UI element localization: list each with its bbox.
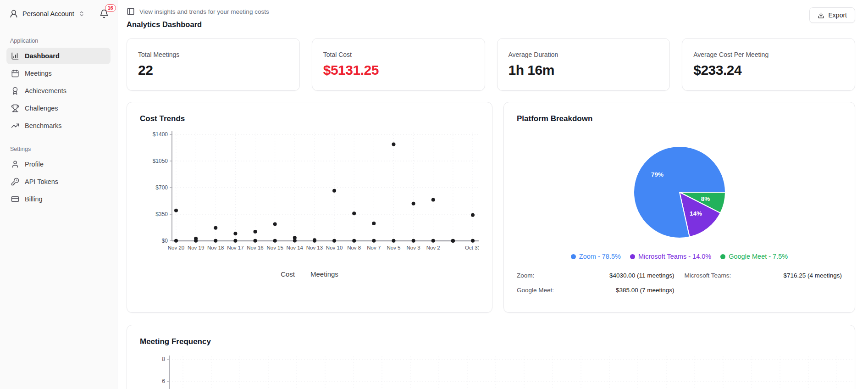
- notifications-button[interactable]: 16: [100, 9, 109, 18]
- stat-label: Average Cost Per Meeting: [693, 51, 844, 58]
- svg-text:$1050: $1050: [153, 158, 168, 164]
- stat-card-total-meetings: Total Meetings 22: [127, 38, 300, 91]
- svg-text:Nov 7: Nov 7: [367, 245, 381, 250]
- sidebar-item-achievements[interactable]: Achievements: [6, 83, 111, 99]
- download-icon: [818, 12, 824, 19]
- legend-label: Zoom - 78.5%: [579, 253, 621, 260]
- svg-text:Oct 31: Oct 31: [465, 245, 479, 250]
- stat-value: $233.24: [693, 62, 844, 78]
- sidebar-item-meetings[interactable]: Meetings: [6, 65, 111, 82]
- detail-name: Google Meet:: [517, 287, 554, 294]
- stat-label: Total Cost: [323, 51, 474, 58]
- svg-text:Nov 15: Nov 15: [266, 245, 283, 250]
- svg-text:6: 6: [162, 378, 165, 384]
- sidebar-item-billing[interactable]: Billing: [6, 191, 111, 207]
- notification-badge: 16: [105, 4, 116, 12]
- svg-text:8%: 8%: [701, 195, 710, 202]
- meeting-frequency-title: Meeting Frequency: [140, 337, 842, 346]
- section-label-application: Application: [10, 38, 107, 44]
- svg-text:Nov 8: Nov 8: [347, 245, 361, 250]
- sidebar-item-dashboard[interactable]: Dashboard: [6, 48, 111, 64]
- detail-value: $385.00 (7 meetings): [616, 287, 674, 294]
- detail-name: Zoom:: [517, 272, 534, 279]
- svg-text:Nov 14: Nov 14: [287, 245, 304, 250]
- platform-breakdown-card: Platform Breakdown 8%14%79% Zoom - 78.5%…: [503, 102, 855, 313]
- svg-text:Nov 13: Nov 13: [306, 245, 323, 250]
- cost-trends-card: Cost Trends $0$350$700$1050$1400Nov 20No…: [127, 102, 492, 313]
- sidebar-item-label: Meetings: [25, 70, 52, 77]
- legend-label: Google Meet - 7.5%: [729, 253, 788, 260]
- legend-dot-google-meet: [720, 254, 725, 259]
- user-round-icon: [9, 9, 18, 18]
- credit-card-icon: [11, 195, 19, 203]
- svg-text:Nov 19: Nov 19: [188, 245, 204, 250]
- calendar-icon: [11, 69, 19, 78]
- main-content: View insights and trends for your meetin…: [117, 0, 868, 389]
- platform-breakdown-legend: Zoom - 78.5% Microsoft Teams - 14.0% Goo…: [571, 253, 788, 260]
- svg-text:$1400: $1400: [153, 131, 168, 138]
- detail-row-zoom: Zoom: $4030.00 (11 meetings): [517, 272, 674, 279]
- stat-label: Average Duration: [509, 51, 659, 58]
- meeting-frequency-card: Meeting Frequency 86: [127, 325, 855, 389]
- cost-trends-legend: Cost Meetings: [140, 270, 479, 278]
- svg-text:Nov 16: Nov 16: [247, 245, 263, 250]
- stat-label: Total Meetings: [138, 51, 288, 58]
- chevrons-up-down-icon: [78, 11, 85, 17]
- legend-dot-microsoft-teams: [630, 254, 635, 259]
- panel-left-icon[interactable]: [127, 7, 135, 16]
- detail-name: Microsoft Teams:: [685, 272, 731, 279]
- page-header: View insights and trends for your meetin…: [127, 7, 855, 29]
- account-switcher[interactable]: Personal Account 16: [6, 7, 111, 20]
- sidebar-item-benchmarks[interactable]: Benchmarks: [6, 117, 111, 134]
- export-button[interactable]: Export: [809, 7, 855, 23]
- legend-item-google-meet[interactable]: Google Meet - 7.5%: [720, 253, 788, 260]
- svg-text:$700: $700: [155, 184, 168, 191]
- stat-value: 22: [138, 62, 288, 78]
- svg-text:$350: $350: [155, 211, 168, 217]
- platform-breakdown-pie-chart: 8%14%79%: [625, 141, 735, 244]
- stat-value: 1h 16m: [509, 62, 659, 78]
- stat-value: $5131.25: [323, 62, 474, 78]
- sidebar-item-label: Benchmarks: [25, 122, 62, 129]
- svg-text:Nov 2: Nov 2: [426, 245, 440, 250]
- svg-text:Nov 5: Nov 5: [387, 245, 400, 250]
- page-subtitle: View insights and trends for your meetin…: [139, 8, 269, 15]
- legend-item-microsoft-teams[interactable]: Microsoft Teams - 14.0%: [630, 253, 711, 260]
- svg-text:14%: 14%: [690, 210, 702, 217]
- svg-text:Nov 20: Nov 20: [168, 245, 184, 250]
- platform-breakdown-title: Platform Breakdown: [517, 114, 842, 123]
- sidebar-item-challenges[interactable]: Challenges: [6, 100, 111, 117]
- trending-up-icon: [11, 122, 19, 130]
- chart-column-icon: [11, 52, 19, 60]
- sidebar-item-api-tokens[interactable]: API Tokens: [6, 173, 111, 190]
- sidebar: Personal Account 16 Application Dashboar…: [0, 0, 117, 389]
- charts-row: Cost Trends $0$350$700$1050$1400Nov 20No…: [127, 102, 855, 313]
- stat-card-average-duration: Average Duration 1h 16m: [497, 38, 670, 91]
- svg-text:$0: $0: [162, 238, 168, 244]
- section-label-settings: Settings: [10, 146, 107, 152]
- legend-item-meetings[interactable]: Meetings: [310, 270, 338, 278]
- sidebar-item-label: API Tokens: [25, 178, 58, 185]
- legend-item-cost[interactable]: Cost: [281, 270, 295, 278]
- cost-trends-chart: $0$350$700$1050$1400Nov 20Nov 19Nov 18No…: [140, 127, 479, 266]
- stat-card-average-cost-per-meeting: Average Cost Per Meeting $233.24: [682, 38, 855, 91]
- sidebar-item-profile[interactable]: Profile: [6, 156, 111, 172]
- page-title: Analytics Dashboard: [127, 20, 269, 29]
- sidebar-item-label: Achievements: [25, 87, 66, 94]
- detail-value: $4030.00 (11 meetings): [609, 272, 674, 279]
- svg-text:Nov 17: Nov 17: [227, 245, 243, 250]
- svg-text:8: 8: [162, 356, 165, 362]
- export-label: Export: [829, 11, 847, 19]
- platform-breakdown-details: Zoom: $4030.00 (11 meetings) Microsoft T…: [517, 272, 842, 294]
- svg-text:79%: 79%: [651, 171, 663, 178]
- svg-text:Nov 10: Nov 10: [326, 245, 343, 250]
- header-text: View insights and trends for your meetin…: [127, 7, 269, 29]
- sidebar-item-label: Dashboard: [25, 52, 60, 60]
- stat-card-total-cost: Total Cost $5131.25: [312, 38, 485, 91]
- detail-row-google-meet: Google Meet: $385.00 (7 meetings): [517, 287, 674, 294]
- award-icon: [11, 87, 19, 95]
- user-icon: [11, 160, 19, 168]
- legend-item-zoom[interactable]: Zoom - 78.5%: [571, 253, 621, 260]
- account-name: Personal Account: [22, 10, 74, 17]
- key-icon: [11, 178, 19, 186]
